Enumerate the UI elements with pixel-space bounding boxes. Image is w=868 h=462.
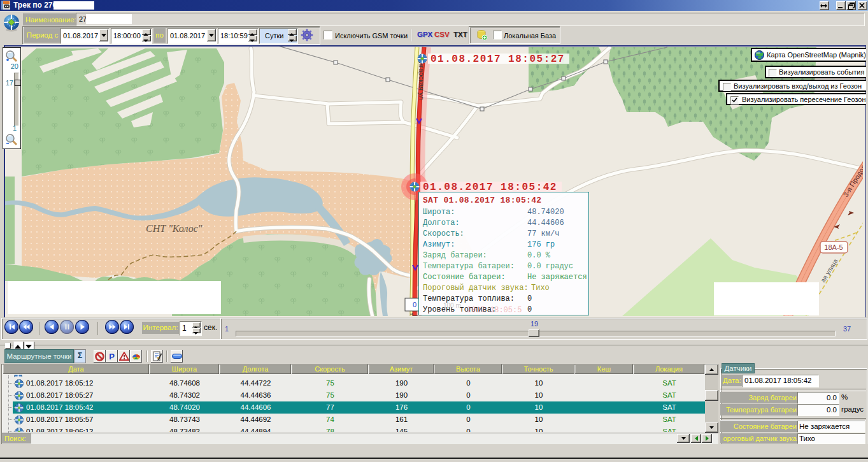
svg-text:Ангарская ул: Ангарская ул: [418, 57, 425, 100]
svg-text:СНТ "Колос": СНТ "Колос": [146, 223, 203, 234]
svg-text:0: 0: [413, 301, 416, 308]
svg-text:01.08.2017 18:05:27: 01.08.2017 18:05:27: [430, 54, 565, 65]
svg-text:18А-5: 18А-5: [824, 243, 843, 251]
